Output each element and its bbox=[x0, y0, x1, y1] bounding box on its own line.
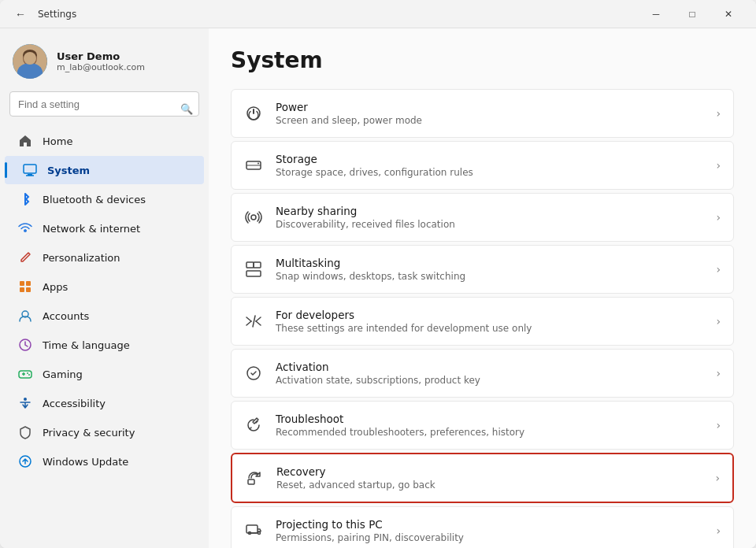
setting-item-nearby[interactable]: Nearby sharing Discoverability, received… bbox=[231, 193, 734, 242]
nav-wrapper-bluetooth: Bluetooth & devices bbox=[0, 185, 209, 213]
search-input[interactable] bbox=[9, 91, 199, 117]
svg-line-33 bbox=[253, 316, 255, 327]
privacy-icon bbox=[17, 424, 33, 440]
sidebar-item-privacy[interactable]: Privacy & security bbox=[5, 418, 204, 446]
gaming-icon bbox=[17, 366, 33, 382]
nearby-icon bbox=[244, 208, 263, 227]
svg-rect-9 bbox=[26, 281, 31, 286]
chevron-projecting: › bbox=[716, 524, 721, 537]
svg-point-24 bbox=[258, 163, 259, 165]
recovery-icon bbox=[245, 468, 264, 487]
nav-wrapper-time: Time & language bbox=[0, 331, 209, 359]
chevron-recovery: › bbox=[715, 472, 720, 484]
nav-wrapper-system: System bbox=[0, 156, 209, 184]
nav-wrapper-accounts: Accounts bbox=[0, 302, 209, 330]
svg-rect-27 bbox=[254, 262, 261, 268]
apps-icon bbox=[17, 279, 33, 294]
setting-item-troubleshoot[interactable]: Troubleshoot Recommended troubleshooters… bbox=[231, 401, 734, 450]
chevron-nearby: › bbox=[716, 211, 721, 224]
sidebar-item-label-accessibility: Accessibility bbox=[43, 398, 195, 409]
svg-point-18 bbox=[28, 374, 30, 376]
setting-item-power[interactable]: Power Screen and sleep, power mode › bbox=[231, 89, 734, 138]
settings-window: ← Settings ─ □ ✕ bbox=[0, 0, 756, 548]
user-profile[interactable]: User Demo m_lab@outlook.com bbox=[0, 38, 209, 91]
page-title: System bbox=[231, 47, 734, 73]
sidebar-item-gaming[interactable]: Gaming bbox=[5, 360, 204, 388]
sidebar-item-label-system: System bbox=[47, 165, 195, 176]
nav-wrapper-network: Network & internet bbox=[0, 214, 209, 243]
main-layout: User Demo m_lab@outlook.com 🔍 Home bbox=[0, 28, 756, 548]
avatar bbox=[13, 44, 47, 79]
maximize-button[interactable]: □ bbox=[674, 0, 710, 28]
titlebar-title: Settings bbox=[38, 9, 638, 20]
setting-item-storage[interactable]: Storage Storage space, drives, configura… bbox=[231, 141, 734, 190]
nav-wrapper-personalization: Personalization bbox=[0, 243, 209, 272]
user-email: m_lab@outlook.com bbox=[57, 62, 145, 72]
nav-wrapper-apps: Apps bbox=[0, 272, 209, 301]
svg-rect-28 bbox=[246, 271, 261, 276]
sidebar-item-time[interactable]: Time & language bbox=[5, 331, 204, 359]
setting-item-multitasking[interactable]: Multitasking Snap windows, desktops, tas… bbox=[231, 245, 734, 294]
svg-line-31 bbox=[256, 317, 261, 321]
setting-title-activation: Activation bbox=[276, 361, 703, 373]
sidebar-item-accounts[interactable]: Accounts bbox=[5, 302, 204, 330]
sidebar-item-label-privacy: Privacy & security bbox=[43, 427, 195, 439]
sidebar-item-network[interactable]: Network & internet bbox=[5, 214, 204, 243]
setting-text-recovery: Recovery Reset, advanced startup, go bac… bbox=[276, 465, 702, 491]
sidebar-item-label-apps: Apps bbox=[43, 281, 195, 293]
developers-icon bbox=[244, 312, 263, 331]
setting-item-activation[interactable]: Activation Activation state, subscriptio… bbox=[231, 349, 734, 398]
projecting-icon bbox=[244, 521, 263, 540]
setting-title-nearby: Nearby sharing bbox=[276, 205, 703, 217]
update-icon bbox=[17, 454, 33, 469]
nav-list: Home System bbox=[0, 126, 209, 476]
setting-text-troubleshoot: Troubleshoot Recommended troubleshooters… bbox=[276, 413, 703, 438]
setting-desc-storage: Storage space, drives, configuration rul… bbox=[276, 167, 703, 178]
setting-text-power: Power Screen and sleep, power mode bbox=[276, 101, 703, 126]
setting-title-developers: For developers bbox=[276, 309, 703, 321]
chevron-developers: › bbox=[716, 315, 721, 328]
back-button[interactable]: ← bbox=[9, 3, 32, 25]
setting-item-projecting[interactable]: Projecting to this PC Permissions, pairi… bbox=[231, 506, 734, 548]
setting-title-power: Power bbox=[276, 101, 703, 113]
search-icon: 🔍 bbox=[180, 103, 193, 115]
setting-title-multitasking: Multitasking bbox=[276, 257, 703, 269]
svg-line-32 bbox=[256, 321, 261, 325]
avatar-image bbox=[13, 44, 47, 79]
setting-title-recovery: Recovery bbox=[276, 465, 702, 478]
setting-desc-projecting: Permissions, pairing PIN, discoverabilit… bbox=[276, 532, 703, 543]
setting-text-developers: For developers These settings are intend… bbox=[276, 309, 703, 334]
settings-list: Power Screen and sleep, power mode › Sto… bbox=[231, 89, 734, 548]
window-controls: ─ □ ✕ bbox=[638, 0, 747, 28]
active-indicator bbox=[5, 162, 7, 178]
sidebar-item-personalization[interactable]: Personalization bbox=[5, 243, 204, 272]
multitasking-icon bbox=[244, 260, 263, 279]
svg-rect-26 bbox=[246, 262, 254, 268]
sidebar-item-bluetooth[interactable]: Bluetooth & devices bbox=[5, 185, 204, 213]
sidebar-item-accessibility[interactable]: Accessibility bbox=[5, 389, 204, 417]
svg-point-25 bbox=[251, 215, 256, 220]
home-icon bbox=[17, 133, 33, 149]
sidebar-item-update[interactable]: Windows Update bbox=[5, 447, 204, 476]
nav-wrapper-home: Home bbox=[0, 127, 209, 155]
setting-item-recovery[interactable]: Recovery Reset, advanced startup, go bac… bbox=[231, 453, 734, 503]
storage-icon bbox=[244, 156, 263, 175]
sidebar-item-apps[interactable]: Apps bbox=[5, 272, 204, 301]
svg-rect-11 bbox=[26, 287, 31, 292]
setting-desc-recovery: Reset, advanced startup, go back bbox=[276, 480, 702, 491]
sidebar-item-system[interactable]: System bbox=[5, 156, 204, 184]
svg-line-29 bbox=[246, 317, 251, 321]
sidebar-item-label-network: Network & internet bbox=[43, 223, 195, 235]
nav-wrapper-gaming: Gaming bbox=[0, 360, 209, 388]
sidebar-item-label-bluetooth: Bluetooth & devices bbox=[43, 194, 195, 206]
setting-item-developers[interactable]: For developers These settings are intend… bbox=[231, 297, 734, 346]
close-button[interactable]: ✕ bbox=[710, 0, 747, 28]
system-icon bbox=[22, 162, 38, 178]
network-icon bbox=[17, 220, 33, 236]
setting-text-nearby: Nearby sharing Discoverability, received… bbox=[276, 205, 703, 230]
setting-text-multitasking: Multitasking Snap windows, desktops, tas… bbox=[276, 257, 703, 282]
setting-desc-power: Screen and sleep, power mode bbox=[276, 115, 703, 126]
minimize-button[interactable]: ─ bbox=[638, 0, 674, 28]
sidebar-item-home[interactable]: Home bbox=[5, 127, 204, 155]
titlebar: ← Settings ─ □ ✕ bbox=[0, 0, 756, 28]
